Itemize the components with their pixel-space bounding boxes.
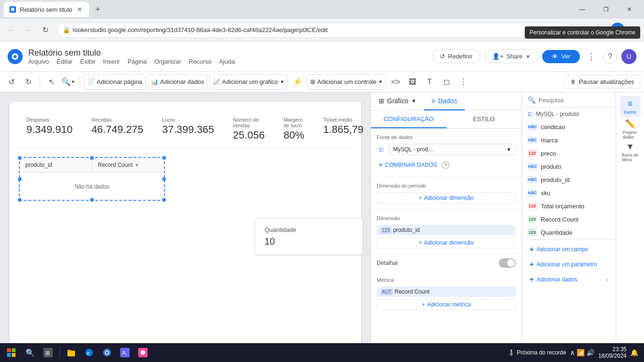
share-dropdown-arrow[interactable]: ▼: [526, 54, 531, 59]
add-chart-dropdown[interactable]: ▼: [280, 79, 285, 84]
add-field-button[interactable]: + Adicionar um campo: [528, 243, 610, 255]
field-quantidade[interactable]: 123 Quantidade: [522, 226, 616, 239]
dados-side-button[interactable]: ≡ Dados: [620, 96, 641, 117]
resize-handle-tl[interactable]: [18, 156, 22, 160]
add-control-button[interactable]: ⊞ Adicionar um controle ▼: [307, 74, 387, 90]
undo-button[interactable]: ↺: [4, 74, 19, 90]
field-produto-id[interactable]: ABC produto_id: [522, 173, 616, 186]
field-produto[interactable]: ABC produto: [522, 160, 616, 173]
resize-handle-bm[interactable]: [90, 198, 94, 202]
image-button[interactable]: 🖼: [405, 74, 420, 90]
menu-exibir[interactable]: Exibir: [80, 58, 96, 65]
datasource-dropdown-arrow[interactable]: ▼: [506, 147, 512, 152]
taskbar-chrome[interactable]: [99, 344, 116, 361]
app-title[interactable]: Relatório sem titulo: [28, 48, 235, 58]
filtros-side-button[interactable]: ▼ Barra defiltros: [620, 141, 641, 162]
redefine-button[interactable]: ↺ Redefinir: [432, 49, 480, 63]
tab-dados[interactable]: ≡ Dados: [424, 92, 465, 110]
menu-inserir[interactable]: Inserir: [103, 58, 120, 65]
grafico-dropdown[interactable]: ▼: [411, 98, 416, 104]
field-total-orcamento[interactable]: 123 Total orçamento: [522, 199, 616, 213]
resize-handle-bl[interactable]: [18, 198, 22, 202]
add-metrica-button[interactable]: + Adicionar métrica: [377, 299, 516, 310]
config-tab-configuracao[interactable]: CONFIGURAÇÃO: [371, 111, 446, 128]
taskbar-arrow-up[interactable]: ∧: [570, 349, 575, 356]
text-button[interactable]: T: [422, 74, 437, 90]
combine-button[interactable]: + COMBINAR DADOS: [377, 159, 439, 171]
propriedades-side-button[interactable]: ✏️ Proprie-dades: [620, 119, 641, 140]
taskbar-network-icon[interactable]: 📶: [577, 349, 585, 356]
ver-button[interactable]: 👁 Ver: [542, 50, 580, 63]
taskbar-speaker-icon[interactable]: 🔊: [586, 349, 594, 356]
refresh-button[interactable]: ↻: [38, 23, 53, 38]
add-control-dropdown[interactable]: ▼: [378, 79, 383, 84]
menu-organizar[interactable]: Organizar: [154, 58, 181, 65]
close-tab-button[interactable]: ✕: [76, 6, 83, 13]
back-button[interactable]: ←: [4, 23, 19, 38]
taskbar-clock[interactable]: 23:35 18/09/2024: [598, 346, 627, 359]
notification-button[interactable]: 🔔: [630, 349, 638, 356]
resize-handle-tm[interactable]: [90, 156, 94, 160]
config-tab-estilo[interactable]: ESTILO: [446, 111, 522, 128]
menu-recurso[interactable]: Recurso: [189, 58, 211, 65]
add-param-button[interactable]: + Adicionar um parâmetro: [528, 258, 610, 271]
add-chart-button[interactable]: 📈 Adicionar um gráfico ▼: [209, 74, 288, 90]
zoom-button[interactable]: 🔍 ▼: [61, 74, 76, 90]
field-marca[interactable]: ABC marca: [522, 133, 616, 147]
resize-handle-ml[interactable]: [18, 177, 22, 181]
community-charts-button[interactable]: ⚡: [290, 74, 305, 90]
maximize-button[interactable]: ❐: [595, 2, 617, 17]
user-avatar[interactable]: U: [621, 49, 636, 64]
help-button[interactable]: ?: [603, 49, 618, 64]
table-widget[interactable]: produto_id Record Count ▼ Não há dados: [19, 157, 165, 201]
taskbar-app-5[interactable]: [134, 344, 151, 361]
select-tool-button[interactable]: ↖: [44, 74, 59, 90]
field-sku[interactable]: ABC sku: [522, 186, 616, 199]
datasource-select[interactable]: MySQL - prod... ▼: [389, 144, 516, 155]
taskbar-app-4[interactable]: A: [116, 344, 133, 361]
taskbar-search-button[interactable]: 🔍: [22, 344, 39, 361]
add-data-button[interactable]: 📊 Adicionar dados: [148, 74, 207, 90]
field-condicao[interactable]: ABC condicao: [522, 120, 616, 133]
detalhar-toggle[interactable]: [499, 258, 516, 268]
zoom-dropdown[interactable]: ▼: [71, 79, 75, 84]
table-col-record-count[interactable]: Record Count ▼: [92, 158, 165, 172]
add-periodo-dim-button[interactable]: + Adicionar dimensão: [377, 192, 516, 204]
code-view-button[interactable]: <>: [388, 74, 403, 90]
resize-handle-tr[interactable]: [162, 156, 166, 160]
add-dados-button[interactable]: + Adicionar dados ›: [528, 273, 610, 286]
field-preco[interactable]: 123 preco: [522, 147, 616, 160]
add-page-button[interactable]: 📄 Adicionar página: [84, 74, 146, 90]
minimize-button[interactable]: —: [571, 2, 593, 17]
share-button[interactable]: 👤+ Share ▼: [484, 49, 538, 63]
new-tab-button[interactable]: +: [91, 3, 104, 16]
redo-button[interactable]: ↻: [21, 74, 36, 90]
pause-updates-button[interactable]: ⏸ Pausar atualizações: [564, 75, 640, 89]
taskbar-app-cortana[interactable]: ⊞: [40, 344, 57, 361]
shapes-button[interactable]: ◻: [439, 74, 454, 90]
dim-chip-produto-id[interactable]: 123 produto_id: [377, 225, 516, 235]
tab-grafico[interactable]: ⊞ Gráfico ▼: [371, 92, 424, 110]
search-input[interactable]: [538, 97, 618, 104]
table-col-produto-id[interactable]: produto_id: [20, 158, 92, 172]
menu-arquivo[interactable]: Arquivo: [28, 58, 49, 65]
help-circle-icon[interactable]: ?: [442, 161, 449, 169]
menu-editar[interactable]: Editar: [57, 58, 73, 65]
canvas-area[interactable]: Despesas 9.349.910 Receitas 46.749.275 L…: [0, 92, 371, 362]
more-options-button[interactable]: ⋮: [584, 49, 599, 64]
add-dim-button[interactable]: + Adicionar dimensão: [377, 237, 516, 248]
url-bar[interactable]: 🔒 lookerstudio.google.com/reporting/31d3…: [57, 23, 573, 38]
menu-pagina[interactable]: Página: [128, 58, 147, 65]
metrica-chip-record-count[interactable]: AUT Record Count: [377, 287, 516, 297]
close-window-button[interactable]: ✕: [619, 2, 640, 17]
start-button[interactable]: [2, 344, 21, 361]
resize-handle-mr[interactable]: [162, 177, 166, 181]
taskbar-file-explorer[interactable]: [63, 344, 80, 361]
resize-handle-br[interactable]: [162, 198, 166, 202]
forward-button[interactable]: →: [21, 23, 36, 38]
browser-tab[interactable]: Relatório sem titulo ✕: [4, 2, 89, 17]
field-record-count[interactable]: 123 Record Count: [522, 213, 616, 226]
taskbar-edge[interactable]: e: [81, 344, 98, 361]
more-tools-button[interactable]: ⋮: [456, 74, 471, 90]
menu-ajuda[interactable]: Ajuda: [219, 58, 235, 65]
